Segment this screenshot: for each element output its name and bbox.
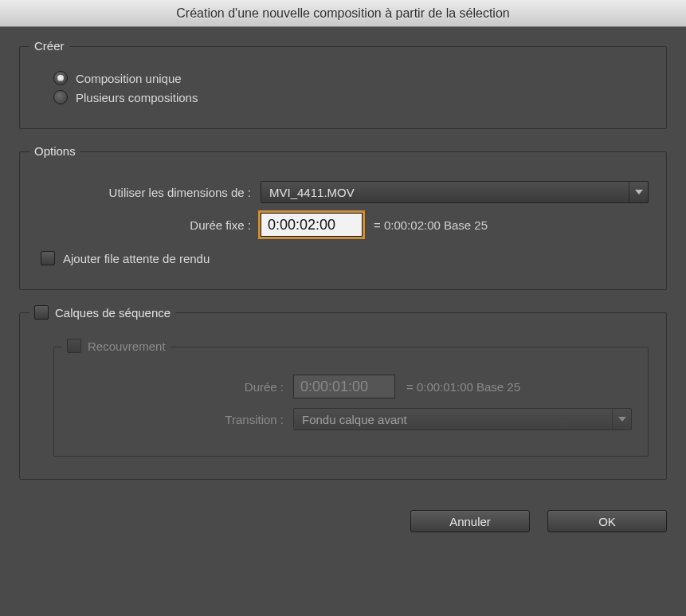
- row-transition: Transition : Fondu calque avant: [70, 408, 632, 430]
- fixed-duration-aux: = 0:00:02:00 Base 25: [374, 218, 488, 232]
- fixed-duration-input[interactable]: [261, 213, 363, 237]
- dimensions-label: Utiliser les dimensions de :: [37, 186, 261, 199]
- dialog-content: Créer Composition unique Plusieurs compo…: [0, 27, 686, 510]
- group-sequence-layers: Calques de séquence Recouvrement Durée :…: [19, 312, 667, 480]
- row-dimensions: Utiliser les dimensions de : MVI_4411.MO…: [37, 181, 649, 203]
- overlap-duration-label: Durée :: [70, 380, 293, 394]
- dimensions-select[interactable]: MVI_4411.MOV: [261, 181, 649, 203]
- radio-multiple-label: Plusieurs compositions: [76, 91, 198, 104]
- checkbox-sequence-layers[interactable]: [34, 305, 49, 320]
- overlap-duration-input: [293, 375, 395, 398]
- checkbox-icon: [41, 251, 55, 265]
- group-overlap-legend: Recouvrement: [62, 339, 171, 353]
- checkbox-add-render-queue[interactable]: Ajouter file attente de rendu: [41, 251, 649, 265]
- chevron-down-icon: [635, 190, 643, 194]
- window-title: Création d'une nouvelle composition à pa…: [176, 6, 509, 21]
- row-fixed-duration: Durée fixe : = 0:00:02:00 Base 25: [37, 213, 649, 237]
- group-create: Créer Composition unique Plusieurs compo…: [19, 46, 667, 129]
- radio-icon: [53, 71, 68, 85]
- transition-label: Transition :: [70, 413, 293, 426]
- transition-caret: [612, 409, 631, 430]
- transition-value: Fondu calque avant: [302, 413, 407, 426]
- checkbox-overlap: [67, 339, 81, 353]
- row-overlap-duration: Durée : = 0:00:01:00 Base 25: [70, 375, 632, 398]
- group-options-legend: Options: [29, 144, 80, 158]
- dialog-footer: Annuler OK: [0, 510, 686, 540]
- transition-select: Fondu calque avant: [293, 408, 632, 430]
- sequence-layers-label: Calques de séquence: [55, 306, 171, 320]
- window-titlebar: Création d'une nouvelle composition à pa…: [0, 0, 686, 27]
- group-options: Options Utiliser les dimensions de : MVI…: [19, 151, 667, 290]
- fixed-duration-label: Durée fixe :: [37, 218, 261, 232]
- radio-multiple-compositions[interactable]: Plusieurs compositions: [53, 90, 649, 104]
- cancel-button[interactable]: Annuler: [410, 510, 530, 532]
- dimensions-value: MVI_4411.MOV: [269, 186, 355, 199]
- group-sequence-legend: Calques de séquence: [29, 305, 175, 320]
- ok-button[interactable]: OK: [547, 510, 667, 532]
- radio-single-label: Composition unique: [76, 72, 182, 85]
- chevron-down-icon: [618, 417, 626, 422]
- radio-single-composition[interactable]: Composition unique: [53, 71, 649, 85]
- group-overlap: Recouvrement Durée : = 0:00:01:00 Base 2…: [53, 347, 649, 457]
- dimensions-caret: [629, 182, 648, 202]
- overlap-label: Recouvrement: [88, 339, 166, 353]
- overlap-duration-aux: = 0:00:01:00 Base 25: [406, 380, 520, 394]
- add-render-queue-label: Ajouter file attente de rendu: [63, 252, 210, 265]
- group-create-legend: Créer: [29, 39, 69, 53]
- radio-icon: [53, 90, 68, 104]
